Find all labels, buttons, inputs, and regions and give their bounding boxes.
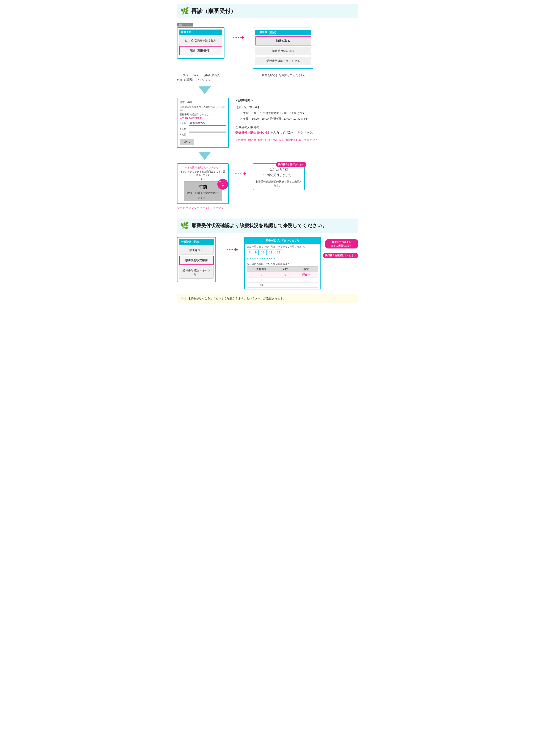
row9-status (294, 278, 318, 283)
page-title: 再診（順番受付） (191, 7, 236, 15)
left-screen-header: 診療予約 (179, 30, 222, 35)
status-btn-take[interactable]: 順番を取る (179, 246, 214, 255)
row8-status: 呼出中 (294, 272, 318, 278)
current-status-line: 現在の待ち状況 持ち人数 10 組（13 人 (247, 262, 318, 265)
divider-title: 順番受付状況確認より診療状況を確認して来院してください。 (192, 222, 327, 229)
result-screen: 受付番号が発行されます なか たろう様 15 番で受付しました。 順番受付確認画… (253, 163, 305, 190)
info-box: ＜診療時間＞ 【月・火・木・金】 ▷ 午前 9:00～12:00(受付時間：7:… (235, 97, 358, 143)
row9-num: 9 (247, 278, 276, 283)
main-instruction: ご希望の人数分の 登録番号＋誕生日(4ケタ) を入力して［次へ］をクリック。 (235, 124, 358, 135)
left-screen: 診療予約 はじめて診療を受ける方 再診（順番受付） (177, 27, 224, 59)
row8-count: 1 (276, 272, 294, 278)
caption-right: ［順番を取る］を選択してください。 (259, 73, 319, 82)
form-row-1: 1 人目 (180, 121, 226, 126)
next-button[interactable]: 次へ (180, 139, 194, 145)
issued-badge: 受付番号が発行されます (276, 162, 306, 167)
result-number: 15 番で受付しました。 (256, 173, 302, 177)
top-page-label: TOP ページ (177, 23, 224, 27)
status-left-screen: 一般診療（再診） 順番を取る 順番受付状況確認 受付番号確認・キャンセル (177, 237, 220, 282)
status-popup-body: まだ来院されていない方は、そろそろご来院ください。 8 9 10 11 13 〰… (244, 244, 321, 289)
flow-arrow-2 (235, 163, 246, 176)
status-numbers: 8 9 10 11 13 (247, 250, 318, 255)
row9-count (276, 278, 294, 283)
table-row-8: 8 1 呼出中 (247, 272, 318, 278)
result-name: なか たろう様 (256, 168, 302, 172)
section-divider: 🌿 順番受付状況確認より診療状況を確認して来院してください。 (177, 219, 358, 233)
btn-take-number[interactable]: 順番を取る (255, 37, 311, 45)
down-arrow-2 (199, 152, 358, 160)
status-num-13: 13 (275, 250, 282, 255)
footer-note-text: 【順番が近くなると「もうすぐ順番がきます」というメールが送信されます。 (187, 297, 286, 300)
status-btn-check[interactable]: 順番受付状況確認 (179, 256, 214, 265)
time-row-2: ▷ 午後 15:00～18:00(受付時間：13:00～17:30まで) (239, 116, 358, 121)
input-person1[interactable] (189, 121, 226, 126)
confirm-num-badge: 受付番号を確認してください (323, 253, 358, 258)
popup-with-table: 順番が近づいてまいりました まだ来院されていない方は、そろそろご来院ください。 … (244, 237, 321, 289)
btn-revisit[interactable]: 再診（順番受付） (179, 46, 222, 55)
confirm-button[interactable]: 午前 現在、〇番まで発行されています。 クリック (184, 181, 222, 201)
form-entry-label: 登録番号＋誕生日（4ケタ）： (180, 113, 226, 116)
form-screen: 診療：再診 ご希望の診察券番号を人数分入力してください。 登録番号＋誕生日（4ケ… (177, 97, 229, 148)
status-right-inner: 順番が近づいてまいりました まだ来院されていない方は、そろそろご来院ください。 … (244, 237, 358, 289)
header-icon: 🌿 (181, 7, 189, 15)
section1-captions: トップページから、［再診(順番受付)］を選択してください。 ［順番を取る］を選択… (177, 73, 358, 82)
right-screen: 一般診療（再診） 順番を取る 順番受付状況確認 受付番号確認・キャンセル (253, 28, 313, 69)
mail-icon: ✉️ (181, 296, 186, 301)
top-label-badge: TOP ページ (177, 23, 193, 27)
status-popup-sub: まだ来院されていない方は、そろそろご来院ください。 (247, 245, 318, 248)
status-popup-header: 順番が近づいてまいりました (244, 237, 321, 244)
confirm-warning: ☆まだ受付は完了していません☆ (180, 166, 226, 169)
form-row-3: 3 人目 (180, 132, 226, 137)
flow-arrow-1 (233, 23, 244, 39)
time-row-1: ▷ 午前 9:00～12:00(受付時間：7:00～11:30まで) (239, 111, 358, 116)
btn-first-visit[interactable]: はじめて診療を受ける方 (179, 36, 222, 45)
flow-arrow-3 (227, 237, 238, 251)
confirm-instruction: ボタンをクリックすると受付完了です。受付完了ボタン (180, 170, 226, 177)
status-num-9: 9 (253, 250, 259, 255)
row10-count (276, 283, 294, 288)
btn-status-check[interactable]: 順番受付状況確認 (255, 47, 311, 55)
input-person3[interactable] (189, 132, 226, 137)
section3-flow: ☆まだ受付は完了していません☆ ボタンをクリックすると受付完了です。受付完了ボタ… (177, 163, 358, 204)
form-title1: 診療：再診 (180, 100, 226, 104)
near-badge: 順番が近づきましたらご来院ください (325, 239, 358, 249)
status-num-11: 11 (267, 250, 274, 255)
input-person2[interactable] (189, 127, 226, 131)
status-num-8: 8 (247, 250, 253, 255)
divider-icon: 🌿 (181, 222, 189, 230)
section2-flow: 診療：再診 ご希望の診察券番号を人数分入力してください。 登録番号＋誕生日（4ケ… (177, 97, 358, 148)
status-table: 受付番号 人数 状況 8 1 呼出中 (247, 266, 318, 288)
page-header: 🌿 再診（順番受付） (177, 4, 358, 18)
result-instruction: 順番受付確認画面の状況を見てご来院ください。 (256, 180, 302, 187)
info-heading: ＜診療時間＞ (235, 97, 358, 103)
form-title2: ご希望の診察券番号を人数分入力してください。 (180, 105, 226, 112)
row10-status (294, 283, 318, 288)
confirm-screen: ☆まだ受付は完了していません☆ ボタンをクリックすると受付完了です。受付完了ボタ… (177, 163, 229, 204)
table-row-9: 9 (247, 278, 318, 283)
row8-num: 8 (247, 272, 276, 278)
down-arrow-1 (199, 86, 358, 94)
section3-note: ☆必ずボタンをクリックしてください (177, 206, 358, 210)
caption-left: トップページから、［再診(順番受付)］を選択してください。 (177, 73, 224, 82)
status-nav-screen: 一般診療（再診） 順番を取る 順番受付状況確認 受付番号確認・キャンセル (177, 237, 216, 282)
col-header-status: 状況 (294, 267, 318, 272)
row10-num: 10 (247, 283, 276, 288)
warning-text: ※仮番号（9万番台の方）はこちらからは順番はお取りできません。 (235, 138, 358, 143)
form-row-2: 2 人目 (180, 127, 226, 131)
col-header-count: 人数 (276, 267, 294, 272)
wavy-line: 〰〰〰〰〰〰〰〰 (247, 257, 318, 261)
status-nav-header: 一般診療（再診） (179, 239, 214, 245)
weekday-label: 【月・火・木・金】 (235, 105, 358, 110)
col-header-num: 受付番号 (247, 267, 276, 272)
click-badge: クリック (217, 179, 228, 190)
status-right-area: 順番が近づいてまいりました まだ来院されていない方は、そろそろご来院ください。 … (244, 237, 358, 289)
table-row-10: 10 (247, 283, 318, 288)
section1-flow: TOP ページ 診療予約 はじめて診療を受ける方 再診（順番受付） 一般診療（再… (177, 23, 358, 69)
callout-badges: 順番が近づきましたらご来院ください 受付番号を確認してください (323, 237, 358, 258)
status-num-10: 10 (259, 250, 267, 255)
right-screen-header: 一般診療（再診） (255, 30, 311, 35)
status-btn-cancel[interactable]: 受付番号確認・キャンセル (179, 266, 214, 279)
footer-note: ✉️ 【順番が近くなると「もうすぐ順番がきます」というメールが送信されます。 (177, 294, 358, 303)
section4-flow: 一般診療（再診） 順番を取る 順番受付状況確認 受付番号確認・キャンセル 順番が… (177, 237, 358, 289)
btn-cancel[interactable]: 受付番号確認・キャンセル (255, 57, 311, 65)
